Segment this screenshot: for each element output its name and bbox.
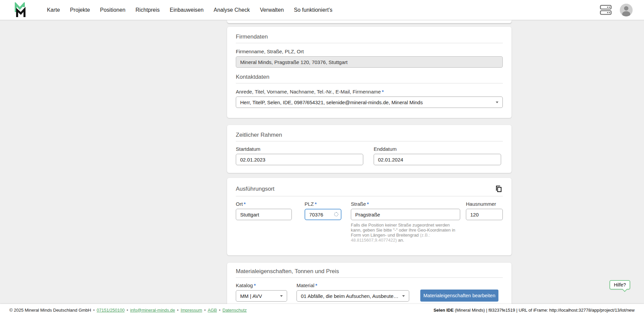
startdatum-input[interactable]	[236, 154, 363, 165]
help-button[interactable]: Hilfe?	[609, 280, 630, 290]
ausfuehrungsort-card: Ausführungsort Ort* PLZ* Straße* Falls d…	[227, 178, 512, 255]
hausnummer-label: Hausnummer	[466, 201, 503, 207]
footer-datenschutz-link[interactable]: Datenschutz	[222, 308, 247, 313]
divider	[236, 43, 503, 43]
nav-item-verwalten[interactable]: Verwalten	[260, 7, 284, 13]
nav-item-projekte[interactable]: Projekte	[70, 7, 90, 13]
required-marker: *	[382, 89, 383, 94]
chevron-down-icon	[402, 295, 405, 297]
strasse-input[interactable]	[351, 209, 460, 220]
katalog-select[interactable]: MM | AVV	[236, 290, 287, 302]
chevron-down-icon	[496, 102, 498, 103]
help-button-label: Hilfe?	[614, 282, 626, 288]
helper-text-main: Falls die Position keiner Straße zugeord…	[351, 223, 455, 238]
required-marker: *	[315, 201, 317, 207]
nav-item-positionen[interactable]: Positionen	[100, 7, 125, 13]
footer-bar: © 2025 Mineral Minds Deutschland GmbH • …	[0, 304, 644, 316]
katalog-select-value: MM | AVV	[240, 293, 262, 299]
nav-item-einbauweisen[interactable]: Einbauweisen	[170, 7, 204, 13]
strasse-label: Straße*	[351, 201, 460, 207]
nav-item-karte[interactable]: Karte	[47, 7, 60, 13]
company-input	[236, 56, 503, 68]
section-title-firmendaten: Firmendaten	[236, 34, 503, 40]
ort-label-text: Ort	[236, 201, 243, 207]
required-marker: *	[315, 283, 317, 288]
contact-label-text: Anrede, Titel, Vorname, Nachname, Tel.-N…	[236, 89, 381, 94]
material-select-value: 01 Abfälle, die beim Aufsuchen, Ausbeute…	[301, 293, 399, 299]
footer-separator: •	[177, 308, 179, 313]
plz-label: PLZ*	[305, 201, 341, 207]
contact-select-value: Herr, TitelP, Selen, IDE, 0987/654321, s…	[240, 100, 423, 105]
section-title-ausfuehrungsort: Ausführungsort	[236, 186, 274, 192]
divider	[236, 277, 503, 278]
divider	[236, 83, 503, 83]
enddatum-input[interactable]	[374, 154, 501, 165]
mineral-minds-logo-icon[interactable]	[12, 2, 30, 18]
footer-separator: •	[126, 308, 128, 313]
contact-field-label: Anrede, Titel, Vorname, Nachname, Tel.-N…	[236, 89, 503, 94]
materialeigenschaften-bearbeiten-button[interactable]: Materialeigenschaften bearbeiten	[420, 290, 498, 302]
helper-text-end: an.	[397, 238, 404, 243]
startdatum-label: Startdatum	[236, 146, 363, 152]
section-title-zeitlicher-rahmen: Zeitlicher Rahmen	[236, 132, 503, 138]
top-navigation-bar: Karte Projekte Positionen Richtpreis Ein…	[0, 0, 644, 20]
nav-item-richtpreis[interactable]: Richtpreis	[136, 7, 160, 13]
server-icon[interactable]	[600, 5, 612, 15]
required-marker: *	[367, 201, 369, 207]
plz-label-text: PLZ	[305, 201, 314, 207]
footer-impressum-link[interactable]: Impressum	[180, 308, 202, 313]
user-avatar[interactable]	[620, 4, 633, 16]
nav-item-analyse-check[interactable]: Analyse Check	[214, 7, 250, 13]
firmendaten-card: Firmendaten Firmenname, Straße, PLZ, Ort…	[227, 27, 512, 118]
company-field-label: Firmenname, Straße, PLZ, Ort	[236, 49, 503, 54]
copy-icon[interactable]	[495, 185, 503, 193]
enddatum-label: Enddatum	[374, 146, 501, 152]
footer-agb-link[interactable]: AGB	[208, 308, 217, 313]
materialeigenschaften-card: Materialeigenschaften, Tonnen und Preis …	[227, 263, 512, 304]
ort-label: Ort*	[236, 201, 292, 207]
divider	[236, 196, 503, 196]
footer-separator: •	[204, 308, 206, 313]
nav-item-so-funktionierts[interactable]: So funktioniert's	[294, 7, 332, 13]
footer-app-name: Selen IDE	[433, 308, 453, 313]
section-title-material: Materialeigenschaften, Tonnen und Preis	[236, 268, 503, 275]
zeitlicher-rahmen-card: Zeitlicher Rahmen Startdatum Enddatum	[227, 125, 512, 173]
material-select[interactable]: 01 Abfälle, die beim Aufsuchen, Ausbeute…	[297, 290, 409, 302]
footer-separator: •	[219, 308, 221, 313]
material-label: Material*	[297, 282, 409, 288]
footer-app-details: (Mineral Minds) | f83237fe1519 | URL of …	[453, 308, 635, 313]
speech-bubble-tail	[622, 287, 628, 292]
main-nav: Karte Projekte Positionen Richtpreis Ein…	[47, 7, 332, 13]
katalog-label-text: Katalog	[236, 282, 253, 288]
footer-copyright: © 2025 Mineral Minds Deutschland GmbH	[9, 308, 91, 313]
strasse-helper-text: Falls die Position keiner Straße zugeord…	[351, 223, 459, 243]
chevron-down-icon	[280, 295, 283, 297]
katalog-label: Katalog*	[236, 282, 287, 288]
footer-phone-link[interactable]: 07151/250100	[97, 308, 124, 313]
section-title-kontaktdaten: Kontaktdaten	[236, 74, 503, 80]
strasse-label-text: Straße	[351, 201, 366, 207]
footer-debug-info: Selen IDE (Mineral Minds) | f83237fe1519…	[433, 308, 635, 313]
material-label-text: Material	[297, 282, 314, 288]
footer-email-link[interactable]: info@mineral-minds.de	[130, 308, 175, 313]
loading-spinner-icon	[334, 212, 338, 216]
footer-separator: •	[93, 308, 95, 313]
required-marker: *	[254, 283, 256, 288]
contact-select[interactable]: Herr, TitelP, Selen, IDE, 0987/654321, s…	[236, 97, 503, 108]
scrolled-card-bottom-edge	[227, 20, 512, 23]
ort-input[interactable]	[236, 209, 292, 220]
required-marker: *	[244, 201, 246, 207]
hausnummer-input[interactable]	[466, 209, 503, 220]
